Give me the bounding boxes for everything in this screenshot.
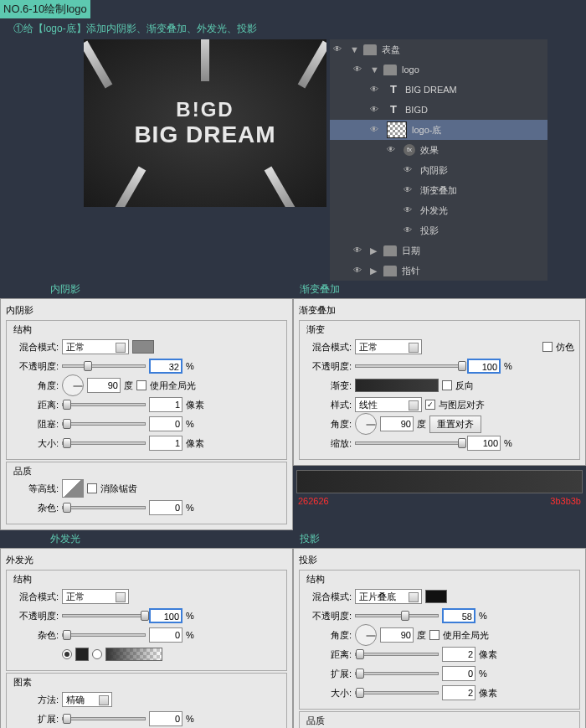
arrow-icon[interactable]: ▼ <box>370 65 378 75</box>
input-opacity[interactable]: 100 <box>149 608 182 623</box>
layer-group-hands[interactable]: ▶指针 <box>330 261 547 281</box>
input-scale[interactable]: 100 <box>467 436 501 451</box>
slider-noise[interactable] <box>62 506 146 509</box>
layer-group-dial[interactable]: ▼表盘 <box>330 39 547 59</box>
input-distance[interactable]: 2 <box>442 647 475 662</box>
select-blend[interactable]: 正常 <box>62 589 129 604</box>
visibility-icon[interactable] <box>370 124 382 136</box>
layer-fx-innershadow[interactable]: 内阴影 <box>330 160 547 180</box>
slider-noise[interactable] <box>62 633 146 637</box>
input-angle[interactable]: 90 <box>87 378 121 393</box>
slider-size[interactable] <box>355 691 439 694</box>
label-distance: 距离: <box>305 648 352 661</box>
slider-distance[interactable] <box>62 403 146 406</box>
visibility-icon[interactable] <box>404 204 415 216</box>
layer-fx-outerglow[interactable]: 外发光 <box>330 200 547 220</box>
slider-opacity[interactable] <box>62 364 146 368</box>
unit-px: 像素 <box>186 437 204 450</box>
text-layer-icon: T <box>387 83 400 96</box>
layer-logo-base[interactable]: logo-底 <box>330 120 547 140</box>
visibility-icon[interactable] <box>333 44 345 55</box>
layer-fx-gradient[interactable]: 渐变叠加 <box>330 180 547 200</box>
angle-dial[interactable] <box>62 374 84 396</box>
visibility-icon[interactable] <box>404 225 415 236</box>
gradient-preview-bar[interactable] <box>296 470 583 493</box>
visibility-icon[interactable] <box>387 144 398 156</box>
slider-opacity[interactable] <box>355 364 464 368</box>
radio-color[interactable] <box>62 649 72 659</box>
angle-dial[interactable] <box>355 413 377 435</box>
checkbox-align[interactable] <box>425 400 435 410</box>
unit-percent: % <box>186 361 194 371</box>
input-distance[interactable]: 1 <box>149 397 182 412</box>
select-blend[interactable]: 正常 <box>62 339 129 354</box>
button-reset-align[interactable]: 重置对齐 <box>429 416 481 433</box>
layer-fx-header[interactable]: fx效果 <box>330 140 547 160</box>
visibility-icon[interactable] <box>370 104 382 116</box>
visibility-icon[interactable] <box>353 64 365 75</box>
select-blend[interactable]: 正片叠底 <box>355 589 422 604</box>
input-size[interactable]: 2 <box>442 685 475 700</box>
fieldset-struct: 结构 <box>12 323 33 336</box>
label-scale: 缩放: <box>305 437 352 450</box>
panel-dropshadow: 投影 结构 混合模式:正片叠底 不透明度:58% 角度:90度使用全局光 距离:… <box>293 548 586 728</box>
input-spread[interactable]: 0 <box>442 666 475 681</box>
visibility-icon[interactable] <box>370 84 382 96</box>
panel-title: 外发光 <box>6 552 287 568</box>
slider-choke[interactable] <box>62 422 146 426</box>
arrow-icon[interactable]: ▶ <box>370 266 378 276</box>
checkbox-antialias[interactable] <box>87 483 97 493</box>
input-noise[interactable]: 0 <box>149 627 182 643</box>
label-size: 大小: <box>12 437 59 450</box>
layer-group-logo[interactable]: ▼logo <box>330 59 547 80</box>
checkbox-global[interactable] <box>136 380 146 390</box>
layer-group-date[interactable]: ▶日期 <box>330 240 547 261</box>
input-angle[interactable]: 90 <box>380 416 414 431</box>
visibility-icon[interactable] <box>353 265 365 276</box>
preview-text-2: BIG DREAM <box>134 121 275 148</box>
slider-scale[interactable] <box>355 441 464 445</box>
layer-fx-dropshadow[interactable]: 投影 <box>330 220 547 240</box>
label-size: 大小: <box>305 687 352 700</box>
select-style[interactable]: 线性 <box>355 397 422 412</box>
select-blend[interactable]: 正常 <box>355 339 422 354</box>
input-choke[interactable]: 0 <box>149 416 182 431</box>
unit-percent: % <box>186 503 194 513</box>
arrow-icon[interactable]: ▼ <box>350 44 358 54</box>
slider-size[interactable] <box>62 441 146 445</box>
contour-picker[interactable] <box>62 479 84 498</box>
input-opacity[interactable]: 58 <box>442 608 475 623</box>
input-noise[interactable]: 0 <box>149 500 182 515</box>
color-swatch[interactable] <box>425 590 447 603</box>
layer-text-bigd[interactable]: TBIGD <box>330 100 547 120</box>
slider-spread[interactable] <box>355 672 439 675</box>
label-spread: 扩展: <box>12 713 59 725</box>
slider-distance[interactable] <box>355 653 439 656</box>
input-angle[interactable]: 90 <box>380 627 414 643</box>
label-opacity: 不透明度: <box>12 360 59 373</box>
visibility-icon[interactable] <box>404 164 415 176</box>
input-spread[interactable]: 0 <box>149 711 182 726</box>
input-opacity[interactable]: 32 <box>149 359 182 374</box>
checkbox-dither[interactable] <box>542 342 553 352</box>
gradient-picker[interactable] <box>355 379 439 392</box>
checkbox-reverse[interactable] <box>442 380 452 390</box>
radio-gradient[interactable] <box>92 649 102 659</box>
checkbox-global[interactable] <box>429 630 440 640</box>
color-swatch[interactable] <box>75 648 89 661</box>
select-method[interactable]: 精确 <box>62 692 112 707</box>
input-size[interactable]: 1 <box>149 436 182 451</box>
angle-dial[interactable] <box>355 624 377 646</box>
visibility-icon[interactable] <box>404 184 415 196</box>
slider-opacity[interactable] <box>355 614 439 617</box>
gradient-thumb[interactable] <box>105 648 162 661</box>
arrow-icon[interactable]: ▶ <box>370 245 378 256</box>
input-opacity[interactable]: 100 <box>467 359 501 374</box>
layer-text-bigdream[interactable]: TBIG DREAM <box>330 80 547 100</box>
visibility-icon[interactable] <box>353 245 365 256</box>
slider-spread[interactable] <box>62 717 146 720</box>
label-spread: 扩展: <box>305 668 352 680</box>
slider-opacity[interactable] <box>62 614 146 617</box>
color-swatch[interactable] <box>132 340 154 354</box>
label-contour: 等高线: <box>12 483 59 495</box>
